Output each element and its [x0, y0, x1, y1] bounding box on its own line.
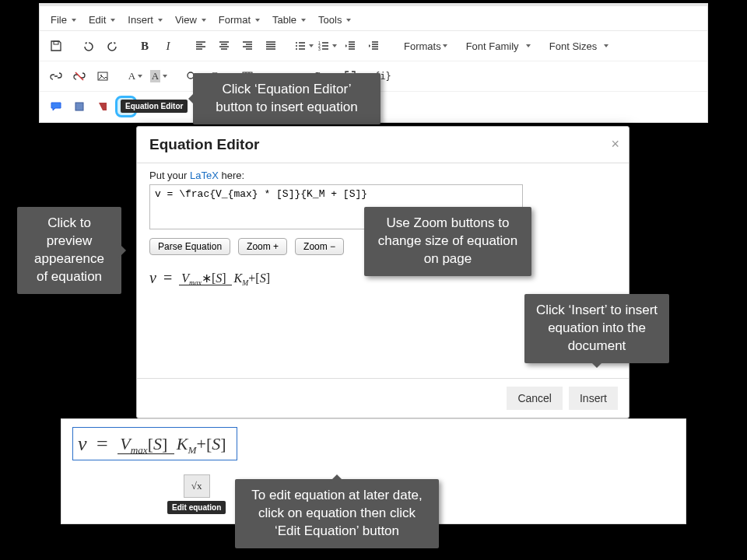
eq-br: ]	[162, 434, 167, 453]
eq-fraction: Vmax∗[S] KM+[S]	[179, 271, 272, 288]
align-left-button[interactable]	[190, 35, 212, 57]
menu-edit-label: Edit	[89, 14, 106, 26]
eq-br: ]	[220, 434, 226, 453]
menu-file[interactable]: File	[46, 11, 84, 29]
plugin2-button[interactable]	[92, 96, 114, 117]
insert-button[interactable]: Insert	[569, 387, 618, 410]
eq-num-sub: max	[131, 444, 148, 456]
prompt-suffix: here:	[219, 170, 244, 181]
indent-button[interactable]	[363, 35, 384, 57]
caret-icon	[158, 19, 163, 22]
formats-label: Formats	[404, 40, 441, 52]
svg-point-1	[296, 42, 297, 44]
parse-equation-button[interactable]: Parse Equation	[149, 238, 230, 255]
eq-den-sub: M	[188, 444, 197, 456]
caret-icon	[346, 19, 351, 22]
cancel-button[interactable]: Cancel	[507, 387, 563, 410]
align-center-button[interactable]	[213, 35, 235, 57]
eq-den-op: +	[197, 434, 206, 453]
link-button[interactable]	[45, 65, 67, 87]
number-list-button[interactable]: 123	[316, 35, 338, 57]
dialog-footer: Cancel Insert	[137, 378, 629, 418]
caret-icon	[301, 19, 306, 22]
latex-link[interactable]: LaTeX	[190, 170, 219, 181]
prompt-prefix: Put your	[149, 170, 190, 181]
eq-den-sym: S	[212, 434, 220, 453]
eq-num-sub: max	[189, 278, 202, 287]
caret-icon	[72, 19, 76, 22]
save-button[interactable]	[45, 35, 67, 57]
edit-equation-tooltip: Edit equation	[167, 501, 226, 514]
font-sizes-dropdown[interactable]: Font Sizes	[543, 37, 615, 55]
edit-equation-toolbar: √x Edit equation	[167, 474, 226, 514]
callout-parse: Click to preview appearence of equation	[17, 207, 121, 294]
eq-br: ]	[266, 271, 270, 285]
redo-button[interactable]	[101, 35, 123, 57]
menu-view-label: View	[175, 14, 197, 26]
image-button[interactable]	[92, 65, 114, 87]
bullet-list-button[interactable]	[293, 35, 314, 57]
callout-equation-button: Click ‘Equation Editor’ button to insert…	[193, 73, 381, 124]
menu-tools-label: Tools	[318, 14, 342, 26]
caret-icon	[138, 75, 142, 78]
sqrt-icon: √x	[191, 480, 202, 492]
menu-table[interactable]: Table	[268, 11, 314, 29]
toolbar-row-1: B I 123 Formats Font Family Font Sizes	[40, 31, 707, 61]
inserted-equation[interactable]: v = Vmax[S] KM+[S]	[72, 427, 237, 460]
undo-button[interactable]	[78, 35, 100, 57]
plugin1-button[interactable]	[68, 96, 90, 117]
font-family-dropdown[interactable]: Font Family	[460, 37, 537, 55]
comment-button[interactable]	[45, 96, 67, 117]
menu-format-label: Format	[219, 14, 251, 26]
menubar: File Edit Insert View Format Table Tools	[40, 6, 707, 31]
eq-lhs: v	[78, 432, 87, 455]
eq-den-base: K	[177, 434, 188, 453]
eq-num-base: V	[120, 434, 130, 453]
svg-text:3: 3	[318, 47, 321, 51]
eq-br: [	[148, 434, 153, 453]
align-justify-button[interactable]	[260, 35, 282, 57]
menu-view[interactable]: View	[170, 11, 214, 29]
caret-icon	[255, 19, 260, 22]
caret-icon	[202, 19, 206, 22]
svg-rect-13	[75, 103, 83, 110]
font-sizes-label: Font Sizes	[549, 40, 597, 52]
eq-num-base: V	[181, 271, 189, 285]
caret-icon	[604, 44, 608, 47]
background-color-button[interactable]: A	[148, 65, 170, 87]
font-family-label: Font Family	[466, 40, 519, 52]
edit-equation-button[interactable]: √x	[184, 474, 210, 498]
caret-icon	[443, 44, 447, 47]
bold-button[interactable]: B	[134, 35, 156, 57]
menu-table-label: Table	[272, 14, 296, 26]
menu-insert-label: Insert	[128, 14, 153, 26]
formats-dropdown[interactable]: Formats	[398, 37, 454, 55]
dialog-title: Equation Editor	[137, 127, 629, 163]
align-right-button[interactable]	[237, 35, 258, 57]
unlink-button[interactable]	[68, 65, 90, 87]
eq-den-op: +	[248, 271, 255, 285]
text-color-button[interactable]: A	[124, 65, 146, 87]
svg-point-3	[296, 48, 297, 50]
zoom-out-button[interactable]: Zoom −	[295, 238, 344, 255]
caret-icon	[110, 19, 115, 22]
italic-button[interactable]: I	[157, 35, 179, 57]
close-icon[interactable]: ×	[611, 136, 619, 152]
eq-equals: =	[160, 269, 175, 286]
menu-format[interactable]: Format	[214, 11, 268, 29]
caret-icon	[309, 44, 314, 47]
callout-insert: Click ‘Insert’ to insert equation into t…	[524, 294, 669, 363]
menu-tools[interactable]: Tools	[314, 11, 359, 29]
outdent-button[interactable]	[339, 35, 361, 57]
latex-prompt: Put your LaTeX here:	[149, 170, 616, 181]
eq-num-op: ∗	[202, 271, 212, 285]
menu-edit[interactable]: Edit	[84, 11, 123, 29]
callout-edit-equation: To edit equation at later date, click on…	[235, 479, 439, 548]
zoom-in-button[interactable]: Zoom +	[238, 238, 287, 255]
menu-insert[interactable]: Insert	[123, 11, 170, 29]
callout-zoom: Use Zoom buttons to change size of equat…	[364, 207, 531, 276]
caret-icon	[526, 44, 531, 47]
caret-icon	[332, 44, 337, 47]
eq-num-sym: S	[153, 434, 162, 453]
eq-equals: =	[92, 432, 113, 455]
